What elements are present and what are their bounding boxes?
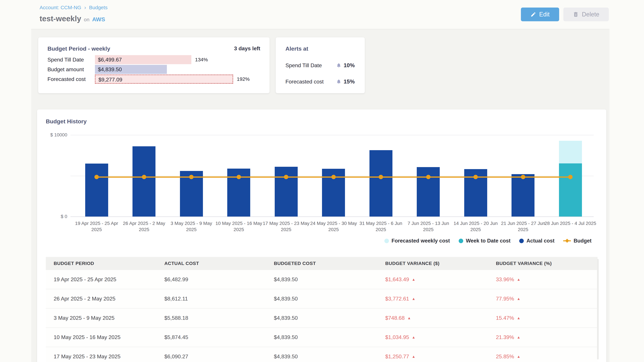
budget-line-point[interactable] [521,175,525,179]
days-left-badge: 3 days left [234,45,260,52]
budget-line-point[interactable] [332,175,336,179]
budget-line-point[interactable] [189,175,194,179]
title-connector: on [84,17,90,22]
cloud-platform-label: AWS [92,16,105,23]
table-row[interactable]: 10 May 2025 - 16 May 2025$5,874.45$4,839… [46,328,598,347]
table-scrollbar[interactable] [597,259,599,360]
budget-line-point[interactable] [284,175,288,179]
cell-budgeted-cost: $4,839.50 [274,315,385,321]
cell-budget-variance-usd: $1,643.49▲ [385,276,496,283]
variance-up-icon: ▲ [517,355,520,359]
edit-button-label: Edit [539,11,550,18]
delete-button[interactable]: Delete [563,7,609,21]
column-header[interactable]: BUDGETED COST [274,261,385,266]
actual-cost-bar[interactable] [370,150,392,217]
cell-budgeted-cost: $4,839.50 [274,354,385,360]
cell-budget-variance-usd: $748.68▲ [385,315,496,321]
actual-cost-bar[interactable] [85,164,108,217]
delete-button-label: Delete [582,11,599,18]
budget-line-marker [563,240,571,241]
y-gridline-10000 [70,135,594,135]
cell-actual-cost: $6,090.27 [164,354,274,360]
alerts-card: Alerts at Spend Till Date10%Forecasted c… [276,37,365,93]
budget-line-point[interactable] [237,175,241,179]
week-to-date-cost-bar[interactable] [559,163,582,217]
legend-label: Week to Date cost [466,238,510,244]
actual-cost-bar[interactable] [417,167,440,217]
legend-dot [519,239,524,243]
y-axis-label-zero: $ 0 [37,214,67,219]
alert-threshold: 15% [344,78,355,85]
budget-period-card-title: Budget Period - weekly [48,45,110,52]
legend-item[interactable]: Actual cost [519,238,554,244]
budget-line-point[interactable] [568,175,572,179]
legend-label: Actual cost [526,238,554,244]
cell-actual-cost: $5,588.18 [164,315,274,321]
cell-budget-variance-pct: 33.96%▲ [496,276,598,283]
table-header-row: BUDGET PERIODACTUAL COSTBUDGETED COSTBUD… [46,257,598,270]
edit-button[interactable]: Edit [521,7,559,21]
legend-item[interactable]: Forecasted weekly cost [384,238,450,244]
forecast-percent-label: 192% [237,75,250,84]
cell-budget-period: 19 Apr 2025 - 25 Apr 2025 [54,276,164,283]
forecast-progress-bar: $9,277.09 [95,75,233,84]
x-axis-label: 28 Jun 2025 - 4 Jul 2025 [544,220,596,226]
cell-budget-period: 26 Apr 2025 - 2 May 2025 [54,296,164,302]
x-axis-label: 26 Apr 2025 - 2 May 2025 [118,220,170,233]
table-row[interactable]: 26 Apr 2025 - 2 May 2025$8,612.11$4,839.… [46,289,598,309]
cell-budget-variance-pct: 15.47%▲ [496,315,598,321]
budget-line-point[interactable] [379,175,383,179]
forecasted-weekly-cost-bar[interactable] [559,141,582,163]
cell-actual-cost: $5,874.45 [164,334,274,340]
budget-line-point[interactable] [142,175,146,179]
bell-icon [336,63,341,68]
cell-budget-variance-pct: 21.39%▲ [496,334,598,340]
x-axis-label: 3 May 2025 - 9 May 2025 [165,220,217,233]
actual-cost-bar[interactable] [512,174,534,217]
alerts-card-title: Alerts at [286,45,308,52]
cell-actual-cost: $8,612.11 [164,296,274,302]
breadcrumb-account-link[interactable]: Account: CCM-NG [40,5,81,10]
legend-label: Forecasted weekly cost [392,238,450,244]
period-row-label: Spend Till Date [48,55,84,64]
variance-up-icon: ▲ [412,277,416,282]
x-axis-label: 24 May 2025 - 30 May 2025 [308,220,360,233]
legend-item[interactable]: Budget [563,238,592,244]
breadcrumb-separator-icon: › [84,4,86,10]
legend-item[interactable]: Week to Date cost [459,238,510,244]
spend-progress-bar: $6,499.67 [95,55,191,64]
x-axis-label: 14 Jun 2025 - 20 Jun 2025 [450,220,502,233]
budget-name: test-weekly [40,14,81,23]
column-header[interactable]: BUDGET PERIOD [54,261,164,266]
legend-dot [384,239,389,243]
x-axis-label: 10 May 2025 - 16 May 2025 [213,220,265,233]
actual-cost-bar[interactable] [275,167,298,217]
alert-row: Forecasted cost15% [286,78,355,85]
x-axis-label: 31 May 2025 - 6 Jun 2025 [355,220,407,233]
variance-up-icon: ▲ [517,277,520,282]
actual-cost-bar[interactable] [132,146,156,217]
table-row[interactable]: 17 May 2025 - 23 May 2025$6,090.27$4,839… [46,347,598,362]
trash-icon [573,11,579,17]
breadcrumb-budgets-link[interactable]: Budgets [89,5,108,10]
table-row[interactable]: 3 May 2025 - 9 May 2025$5,588.18$4,839.5… [46,309,598,328]
column-header[interactable]: BUDGET VARIANCE (%) [496,261,598,266]
page-title: test-weekly on AWS [40,14,105,23]
pencil-icon [530,11,536,17]
budget-line-point[interactable] [474,175,478,179]
column-header[interactable]: ACTUAL COST [164,261,274,266]
legend-dot [459,239,463,243]
budget-line-point[interactable] [94,175,99,179]
table-row[interactable]: 19 Apr 2025 - 25 Apr 2025$6,482.99$4,839… [46,270,598,289]
variance-up-icon: ▲ [517,335,520,340]
cell-budget-variance-pct: 25.85%▲ [496,354,598,360]
cell-budget-period: 10 May 2025 - 16 May 2025 [54,334,164,340]
budget-line-point[interactable] [426,175,430,179]
column-header[interactable]: BUDGET VARIANCE ($) [385,261,496,266]
cell-budget-variance-usd: $1,250.77▲ [385,354,496,360]
budget-history-card: Budget History $ 10000$ 019 Apr 2025 - 2… [37,109,606,362]
budget-period-card: Budget Period - weekly 3 days left Spend… [38,37,270,93]
x-axis-label: 17 May 2025 - 23 May 2025 [260,220,312,233]
header-divider [31,29,610,29]
cell-budget-variance-usd: $1,034.95▲ [385,334,496,340]
